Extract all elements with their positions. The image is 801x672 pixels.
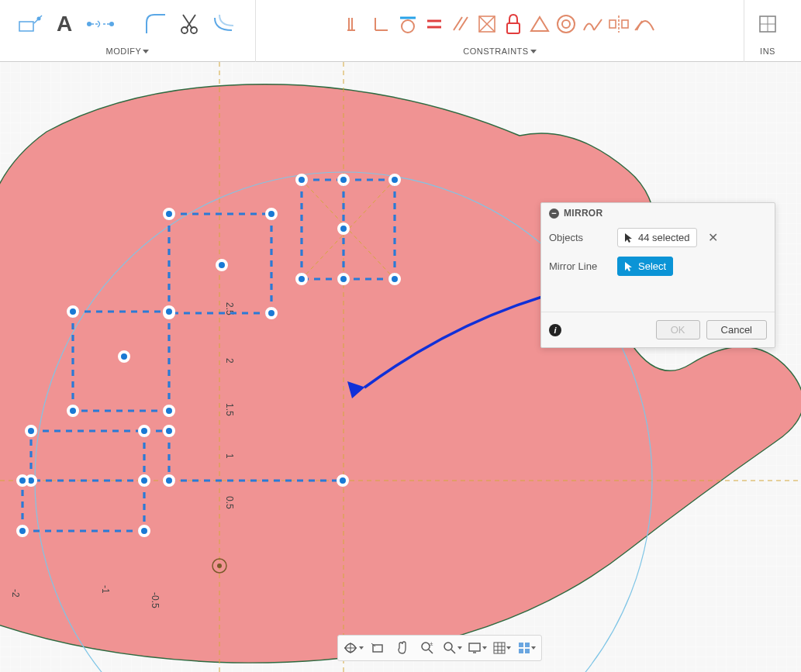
svg-rect-56 [525, 643, 530, 647]
svg-rect-26 [507, 23, 520, 33]
symmetric-constraint-icon[interactable] [607, 9, 630, 39]
sketch-point[interactable] [164, 209, 174, 219]
svg-point-17 [402, 20, 414, 33]
mirror-line-select[interactable]: Select [617, 257, 673, 276]
sketch-point[interactable] [164, 476, 174, 485]
collapse-icon[interactable]: − [549, 208, 559, 219]
sketch-point[interactable] [339, 274, 348, 284]
trim-tool-icon[interactable] [174, 5, 205, 43]
sketch-point[interactable] [390, 274, 399, 284]
objects-selection[interactable]: 44 selected [617, 228, 697, 247]
sketch-point[interactable] [267, 209, 276, 219]
x-tick: -2 [10, 589, 21, 598]
panel-header[interactable]: − MIRROR [541, 203, 775, 223]
sketch-point[interactable] [297, 274, 306, 284]
sketch-point[interactable] [18, 526, 27, 536]
sketch-point[interactable] [339, 175, 348, 184]
svg-point-27 [558, 16, 575, 33]
smooth-constraint-icon[interactable] [581, 9, 604, 39]
horizontal-constraint-icon[interactable] [344, 9, 367, 39]
cursor-icon [624, 261, 634, 272]
clear-selection-icon[interactable]: ✕ [705, 230, 721, 245]
svg-rect-58 [525, 649, 530, 653]
concentric-constraint-icon[interactable] [554, 9, 578, 39]
zoom-icon[interactable]: ± [416, 638, 439, 658]
sketch-point[interactable] [339, 224, 348, 233]
mirror-line-label: Mirror Line [549, 260, 609, 272]
lock-constraint-icon[interactable] [502, 9, 525, 39]
sketch-point[interactable] [26, 426, 36, 436]
ok-button[interactable]: OK [656, 320, 700, 339]
y-tick: 0.5 [224, 496, 235, 509]
sketch-point[interactable] [119, 352, 129, 361]
x-tick: -1 [100, 585, 111, 594]
svg-line-2 [34, 16, 42, 23]
sketch-point[interactable] [297, 175, 306, 184]
svg-point-7 [109, 22, 114, 26]
divide-tool-icon[interactable] [16, 5, 47, 43]
svg-point-46 [444, 643, 452, 650]
coincident-constraint-icon[interactable] [475, 9, 499, 39]
grid-icon[interactable] [490, 638, 513, 658]
parallel-constraint-icon[interactable] [449, 9, 472, 39]
y-tick: 1 [224, 453, 235, 459]
pan-icon[interactable] [391, 638, 414, 658]
sketch-canvas[interactable]: 2.5 2 1.5 1 0.5 -2 -1 -0.5 [0, 62, 801, 672]
svg-point-28 [562, 20, 570, 28]
svg-text:±: ± [430, 641, 433, 647]
insert-tool-icon[interactable] [756, 9, 779, 39]
cursor-icon [624, 233, 634, 243]
fillet-tool-icon[interactable] [140, 5, 171, 43]
sketch-point[interactable] [164, 426, 174, 436]
viewport-icon[interactable] [515, 638, 538, 658]
info-icon[interactable]: i [549, 324, 561, 336]
modify-group-label[interactable]: MODIFY [106, 45, 150, 56]
insert-group-label: INS [760, 45, 775, 56]
top-toolbar: A MODIFY [0, 0, 801, 62]
constraints-group-label[interactable]: CONSTRAINTS [463, 45, 536, 56]
curvature-constraint-icon[interactable] [634, 9, 657, 39]
sketch-point[interactable] [390, 175, 399, 184]
svg-line-44 [429, 650, 433, 653]
y-tick: 2 [224, 358, 235, 364]
y-tick: 1.5 [224, 403, 235, 416]
sketch-point[interactable] [140, 426, 149, 436]
sketch-point[interactable] [68, 406, 78, 415]
equal-constraint-icon[interactable] [423, 9, 446, 39]
sketch-point[interactable] [267, 308, 276, 318]
svg-point-43 [422, 643, 430, 650]
sketch-point[interactable] [140, 476, 149, 485]
sketch-point[interactable] [18, 476, 27, 485]
orbit-icon[interactable] [341, 638, 364, 658]
sketch-point[interactable] [338, 476, 347, 485]
sketch-point[interactable] [140, 526, 149, 536]
svg-line-47 [451, 650, 455, 653]
svg-line-29 [594, 19, 602, 30]
break-tool-icon[interactable] [85, 5, 116, 43]
panel-title: MIRROR [564, 208, 602, 219]
fit-icon[interactable] [440, 638, 464, 658]
svg-rect-31 [609, 20, 616, 28]
sketch-point[interactable] [164, 406, 174, 415]
svg-rect-0 [19, 22, 33, 31]
sketch-point[interactable] [164, 307, 174, 316]
objects-row: Objects 44 selected ✕ [541, 223, 775, 252]
sketch-point[interactable] [217, 260, 226, 270]
svg-line-33 [635, 21, 642, 30]
cancel-button[interactable]: Cancel [706, 320, 767, 339]
display-icon[interactable] [465, 638, 489, 658]
mirror-line-row: Mirror Line Select [541, 252, 775, 281]
perpendicular-constraint-icon[interactable] [370, 9, 393, 39]
offset-tool-icon[interactable] [209, 5, 240, 43]
look-at-icon[interactable] [366, 638, 389, 658]
constraints-group: CONSTRAINTS [256, 0, 744, 62]
mirror-panel: − MIRROR Objects 44 selected ✕ Mirror Li… [540, 202, 775, 348]
triangle-constraint-icon[interactable] [528, 9, 551, 39]
tangent-constraint-icon[interactable] [396, 9, 419, 39]
sketch-point[interactable] [68, 307, 78, 316]
svg-point-38 [217, 563, 222, 568]
text-tool-icon[interactable]: A [50, 5, 81, 43]
view-nav-bar: ± [337, 635, 542, 661]
svg-rect-57 [519, 649, 523, 653]
svg-rect-55 [519, 643, 523, 647]
